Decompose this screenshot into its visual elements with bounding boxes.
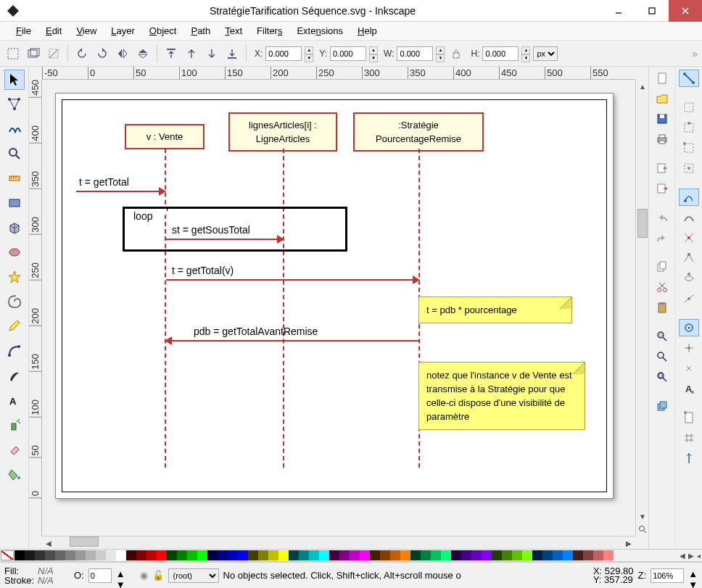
swatch[interactable] [258,550,268,560]
new-doc-icon[interactable] [652,70,672,87]
swatch[interactable] [86,550,96,560]
node-tool[interactable] [4,94,25,115]
opacity-input[interactable] [88,568,112,583]
swatch[interactable] [583,550,593,560]
swatch[interactable] [177,550,187,560]
palette-menu-icon[interactable]: ◂ [695,552,702,560]
lower-bottom-icon[interactable] [223,45,241,62]
import-icon[interactable] [652,160,672,177]
swatch[interactable] [228,550,238,560]
zoom-widget-icon[interactable] [636,523,648,536]
unit-select[interactable]: px [533,46,558,61]
measure-tool[interactable] [4,168,25,189]
paste-icon[interactable] [652,299,672,316]
box3d-tool[interactable] [4,218,25,238]
swatch[interactable] [218,550,228,560]
scroll-down-icon[interactable]: ▼ [636,510,648,523]
canvas[interactable]: v : Vente lignesArticles[i] :LigneArticl… [42,80,635,536]
export-icon[interactable] [652,180,672,197]
swatch[interactable] [116,550,126,560]
text-tool[interactable]: A [4,390,25,410]
zoom-input[interactable] [651,568,684,583]
swatch[interactable] [350,550,360,560]
snap-other-enable-icon[interactable] [679,319,699,336]
swatch[interactable] [146,550,157,560]
swatch[interactable] [542,550,553,560]
close-button[interactable] [669,0,702,22]
duplicate-icon[interactable] [652,397,672,415]
layer-lock-icon[interactable]: 🔓 [152,570,164,581]
stroke-value[interactable]: N/A [38,576,70,585]
snap-center-icon[interactable] [679,339,699,357]
snap-midpoint-icon[interactable] [679,160,699,177]
spray-tool[interactable] [4,415,25,435]
swatch[interactable] [329,550,339,560]
swatch[interactable] [421,550,431,560]
menu-extensions[interactable]: Extensions [289,23,350,38]
swatch[interactable] [492,550,502,560]
swatch[interactable] [187,550,197,560]
swatch[interactable] [553,550,563,560]
swatch[interactable] [15,550,25,560]
swatch[interactable] [309,550,319,560]
swatch[interactable] [75,550,86,560]
swatch-none[interactable] [1,550,14,560]
snap-node-enable-icon[interactable] [679,189,699,206]
h-input[interactable] [482,46,519,61]
swatch[interactable] [482,550,492,560]
minimize-button[interactable] [602,0,635,22]
zoom-draw-icon[interactable] [652,348,672,365]
swatch[interactable] [55,550,65,560]
swatch[interactable] [593,550,603,560]
swatch[interactable] [410,550,421,560]
spiral-tool[interactable] [4,291,25,312]
swatch[interactable] [96,550,106,560]
menu-view[interactable]: View [69,23,104,38]
snap-path-icon[interactable] [679,209,699,226]
x-input[interactable] [265,46,302,61]
snap-page-icon[interactable] [679,409,699,426]
swatch[interactable] [248,550,258,560]
open-icon[interactable] [652,90,672,107]
swatch[interactable] [238,550,248,560]
swatch[interactable] [522,550,532,560]
swatch[interactable] [471,550,482,560]
rect-tool[interactable] [4,193,25,213]
swatch[interactable] [370,550,380,560]
swatch[interactable] [360,550,370,560]
snap-rotation-icon[interactable] [679,360,699,377]
save-icon[interactable] [652,110,672,128]
swatch[interactable] [35,550,45,560]
bucket-tool[interactable] [4,464,25,484]
swatch[interactable] [502,550,512,560]
swatch[interactable] [126,550,136,560]
bezier-tool[interactable] [4,341,25,361]
horizontal-scrollbar[interactable]: ◀ ▶ [42,536,635,549]
fill-value[interactable]: N/A [38,566,70,576]
menu-text[interactable]: Text [218,23,249,38]
swatch[interactable] [289,550,299,560]
layer-visibility-icon[interactable]: ◉ [140,570,148,581]
eraser-tool[interactable] [4,439,25,460]
swatch[interactable] [268,550,278,560]
toolbar-overflow-icon[interactable]: » [692,48,698,59]
copy-icon[interactable] [652,258,672,276]
lower-icon[interactable] [203,45,220,62]
select-all-icon[interactable] [4,45,22,62]
swatch[interactable] [451,550,461,560]
vertical-scrollbar[interactable]: ▲ ▼ [635,80,648,536]
palette-next-icon[interactable]: ▶ [687,552,695,560]
swatch[interactable] [157,550,167,560]
scroll-right-icon[interactable]: ▶ [622,537,635,549]
zoom-page-icon[interactable] [652,368,672,386]
star-tool[interactable] [4,267,25,287]
swatch[interactable] [563,550,573,560]
swatch[interactable] [431,550,441,560]
menu-filters[interactable]: Filters [249,23,289,38]
select-layers-icon[interactable] [25,45,42,62]
pencil-tool[interactable] [4,316,25,336]
swatch[interactable] [390,550,400,560]
deselect-icon[interactable] [45,45,62,62]
menu-layer[interactable]: Layer [104,23,142,38]
snap-corner-icon[interactable] [679,139,699,157]
